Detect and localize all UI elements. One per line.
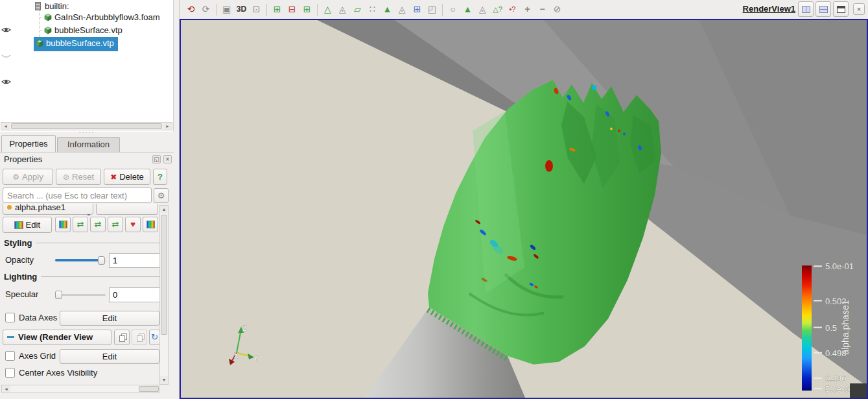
split-horizontal-button[interactable] <box>798 1 814 17</box>
dataset-cube-icon <box>43 25 52 38</box>
select-blocks-icon[interactable]: ◰ <box>425 3 439 16</box>
color-array-value: alpha.phase1 <box>15 204 65 212</box>
zoom-to-box-icon[interactable]: ⊡ <box>250 3 263 16</box>
select-cells-polygon-icon[interactable]: ▲ <box>381 3 394 16</box>
dark-corner-patch <box>850 383 867 398</box>
capture-screenshot-icon[interactable]: ▣ <box>220 3 233 16</box>
reset-button[interactable]: ⊘Reset <box>56 169 101 185</box>
eye-hidden-icon[interactable] <box>1 51 11 58</box>
chevron-down-icon: ▾ <box>87 204 90 215</box>
tab-properties[interactable]: Properties <box>1 135 56 152</box>
toolbar-separator <box>266 4 267 16</box>
dock-close-icon[interactable]: × <box>163 155 172 163</box>
select-points-on-icon[interactable]: ◬ <box>336 3 349 16</box>
data-axes-grid-edit-button[interactable]: Edit <box>60 311 159 326</box>
split-horizontal-icon <box>802 6 810 13</box>
scroll-left-icon[interactable]: ◂ <box>2 385 10 393</box>
axes-grid-checkbox[interactable] <box>5 351 15 361</box>
render-view[interactable]: Z Y X 5.0e-01 0.502 0.5 0.498 <box>180 19 868 399</box>
maximize-view-button[interactable] <box>833 1 849 17</box>
select-cells-on-icon[interactable]: △ <box>321 3 334 16</box>
specular-slider[interactable] <box>55 287 106 302</box>
eye-visible-icon[interactable] <box>1 77 11 84</box>
lighting-section: Lighting <box>4 271 159 282</box>
dataset-cube-icon <box>43 12 52 25</box>
hover-points-icon[interactable]: •? <box>506 3 519 16</box>
array-dot-icon <box>7 205 12 210</box>
rescale-over-time-icon[interactable]: ⇄ <box>108 217 123 232</box>
zoom-closest-to-data-icon[interactable]: ⊟ <box>285 3 299 16</box>
render-view-title[interactable]: RenderView1 <box>743 4 795 14</box>
axis-z-label: Z <box>242 325 246 332</box>
opacity-slider[interactable] <box>55 252 106 268</box>
zoom-to-data-icon[interactable]: ⊞ <box>270 3 284 16</box>
color-array-combobox[interactable]: alpha.phase1 ▾ <box>3 204 93 215</box>
toggle-3d-button[interactable]: 3D <box>235 3 248 16</box>
interactive-select-magnifier-icon[interactable]: ○ <box>446 3 460 16</box>
select-cells-through-icon[interactable]: ▱ <box>351 3 364 16</box>
colorbar-label: 0.5 <box>825 323 837 333</box>
paste-view-settings-icon[interactable] <box>132 330 147 345</box>
select-points-polygon-icon[interactable]: ◬ <box>395 3 409 16</box>
server-icon <box>35 2 41 10</box>
grow-selection-icon[interactable]: + <box>521 3 534 16</box>
shrink-selection-icon[interactable]: − <box>535 3 549 16</box>
properties-vscrollbar[interactable]: ▴ ▾ <box>159 205 169 385</box>
scroll-up-icon[interactable]: ▴ <box>160 206 168 213</box>
specular-field[interactable] <box>109 287 160 302</box>
pipeline-item-row[interactable]: bubbleSurface.vtp <box>0 24 173 37</box>
opacity-field[interactable] <box>109 253 160 268</box>
select-block-icon[interactable]: ⊞ <box>410 3 424 16</box>
rescale-to-custom-range-icon[interactable]: ⇄ <box>90 217 106 232</box>
pipeline-item-label: GaInSn-Arbubblyflow3.foam <box>54 12 160 22</box>
show-color-legend-button[interactable] <box>143 217 158 232</box>
dock-title: Properties <box>4 154 170 165</box>
opacity-label: Opacity <box>5 252 34 268</box>
colormap-icon <box>14 221 23 229</box>
zoom-to-selected-icon[interactable]: ⊞ <box>300 3 314 16</box>
data-axes-grid-checkbox[interactable] <box>5 313 15 322</box>
delete-button[interactable]: ✖Delete <box>104 169 150 185</box>
camera-undo-icon[interactable]: ⟲ <box>184 3 198 16</box>
center-axes-checkbox[interactable] <box>5 368 15 378</box>
pipeline-root-label: builtin: <box>45 1 69 11</box>
scroll-right-icon[interactable]: ▸ <box>163 123 172 130</box>
scene-3d[interactable]: Z Y X 5.0e-01 0.502 0.5 0.498 <box>181 20 867 398</box>
interactive-select-points-icon[interactable]: ◬ <box>476 3 489 16</box>
axis-x-label: X <box>234 352 239 359</box>
search-options-gear-icon[interactable]: ⚙ <box>154 188 169 203</box>
pipeline-item-row-selected[interactable]: bubbleSurface.vtp <box>0 37 173 50</box>
help-button[interactable]: ? <box>153 169 167 185</box>
scroll-down-icon[interactable]: ▾ <box>160 376 168 384</box>
select-points-through-icon[interactable]: ∷ <box>366 3 379 16</box>
edit-color-map-button[interactable]: Edit <box>3 217 52 233</box>
clear-selection-icon[interactable]: ⊘ <box>550 3 564 16</box>
pipeline-item-label: bubbleSurface.vtp <box>54 25 123 35</box>
close-view-button[interactable]: × <box>853 3 865 15</box>
pipeline-item-row[interactable]: GaInSn-Arbubblyflow3.foam <box>0 11 173 24</box>
choose-preset-heart-icon[interactable]: ♥ <box>125 217 141 232</box>
paraview-window: builtin: GaInSn-Arbubblyflow3.foam bubbl… <box>0 0 868 399</box>
scrollbar-track[interactable] <box>10 385 150 393</box>
axes-grid-edit-button[interactable]: Edit <box>60 349 159 364</box>
camera-redo-icon[interactable]: ⟳ <box>199 3 213 16</box>
scroll-left-icon[interactable]: ◂ <box>1 123 10 130</box>
apply-button[interactable]: ⚙Apply <box>3 169 53 185</box>
hover-cells-icon[interactable]: △? <box>491 3 504 16</box>
separate-color-map-button[interactable] <box>55 217 71 232</box>
interactive-select-cells-icon[interactable]: ▲ <box>461 3 475 16</box>
apply-icon: ⚙ <box>12 173 19 182</box>
colorbar-gradient <box>802 265 812 391</box>
reload-view-icon[interactable]: ↻ <box>149 330 160 345</box>
properties-hscrollbar[interactable]: ◂ ▸ <box>1 385 159 393</box>
split-vertical-button[interactable] <box>815 1 831 17</box>
toolbar-separator <box>317 4 318 16</box>
tab-information[interactable]: Information <box>57 137 120 152</box>
dock-float-icon[interactable]: ◱ <box>152 155 161 163</box>
search-input[interactable] <box>3 187 152 203</box>
delete-icon: ✖ <box>110 173 117 182</box>
view-section-header[interactable]: View (Render View <box>3 330 111 345</box>
rescale-to-data-range-icon[interactable]: ⇄ <box>73 217 88 232</box>
copy-view-settings-icon[interactable] <box>114 330 130 345</box>
component-combobox[interactable] <box>96 204 158 215</box>
